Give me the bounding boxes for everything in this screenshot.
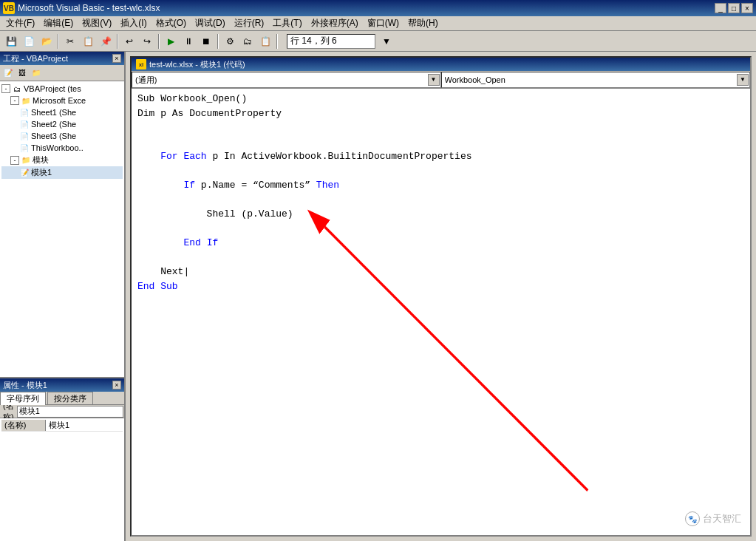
- code-line-10: [137, 222, 744, 237]
- window-title: Microsoft Visual Basic - test-wlc.xlsx: [18, 3, 715, 13]
- properties-panel-label: 属性 - 模块1: [3, 380, 47, 391]
- toggle-folders-btn[interactable]: 📁: [30, 67, 43, 80]
- sheet3-icon: 📄: [19, 131, 30, 141]
- menu-tools[interactable]: 工具(T): [268, 16, 306, 31]
- new-button[interactable]: 📄: [21, 33, 37, 50]
- module1-label: 模块1: [31, 167, 52, 178]
- excel-icon: 📁: [21, 95, 31, 106]
- code-line-13: Next|: [137, 265, 744, 279]
- separator-3: [158, 34, 160, 49]
- tab-alphabetic[interactable]: 字母序列: [0, 392, 46, 405]
- procedure-dropdown-arrow[interactable]: ▼: [737, 74, 749, 86]
- cursor-position: 行 14，列 6: [287, 34, 375, 49]
- project-panel-toolbar: 📝 🖼 📁: [0, 65, 124, 81]
- tab-categorized[interactable]: 按分类序: [47, 392, 93, 404]
- redo-button[interactable]: ↪: [139, 33, 155, 50]
- code-editor[interactable]: Sub Workbook_Open() Dim p As DocumentPro…: [132, 89, 750, 535]
- code-window-icon: xl: [136, 59, 146, 69]
- menu-format[interactable]: 格式(O): [151, 16, 191, 31]
- tree-thisworkbook[interactable]: 📄 ThisWorkboo..: [1, 142, 123, 154]
- left-dropdown-wrap: (通用) ▼: [132, 71, 441, 88]
- menu-view[interactable]: 视图(V): [78, 16, 116, 31]
- code-window: xl test-wlc.xlsx - 模块1 (代码) (通用) ▼ Workb…: [130, 56, 752, 537]
- open-button[interactable]: 📂: [38, 33, 55, 50]
- run-button[interactable]: ▶: [163, 33, 179, 50]
- code-line-1: Sub Workbook_Open(): [137, 92, 744, 106]
- procedure-dropdown[interactable]: Workbook_Open: [441, 72, 751, 88]
- separator-1: [58, 34, 59, 49]
- menu-file[interactable]: 文件(F): [1, 16, 39, 31]
- view-code-btn[interactable]: 📝: [1, 67, 15, 80]
- left-panel: 工程 - VBAProject × 📝 🖼 📁 - 🗂 VBAProject (…: [0, 52, 126, 541]
- code-line-2: Dim p As DocumentProperty: [137, 106, 744, 121]
- expand-microsoft-excel[interactable]: -: [10, 96, 19, 105]
- toolbar: 💾 📄 📂 ✂ 📋 📌 ↩ ↪ ▶ ⏸ ⏹ ⚙ 🗂 📋 行 14，列 6 ▼: [0, 31, 756, 52]
- pause-button[interactable]: ⏸: [180, 33, 197, 50]
- code-line-3: [137, 120, 744, 135]
- excel-label: Microsoft Exce: [33, 96, 86, 105]
- copy-button[interactable]: 📋: [80, 33, 96, 50]
- stop-button[interactable]: ⏹: [198, 33, 214, 50]
- code-line-8: [137, 193, 744, 208]
- menu-edit[interactable]: 编辑(E): [39, 16, 78, 31]
- project-panel: 工程 - VBAProject × 📝 🖼 📁 - 🗂 VBAProject (…: [0, 52, 124, 378]
- maximize-button[interactable]: □: [728, 3, 740, 13]
- expand-vbaproject[interactable]: -: [1, 84, 10, 93]
- menu-addins[interactable]: 外接程序(A): [307, 16, 363, 31]
- save-button[interactable]: 💾: [3, 33, 19, 50]
- expand-modules[interactable]: -: [10, 156, 19, 165]
- close-button[interactable]: ×: [741, 3, 753, 13]
- tree-microsoft-excel[interactable]: - 📁 Microsoft Exce: [1, 95, 123, 106]
- tree-sheet3[interactable]: 📄 Sheet3 (She: [1, 130, 123, 142]
- projectexplorer-button[interactable]: 🗂: [239, 33, 256, 50]
- tree-vbaproject[interactable]: - 🗂 VBAProject (tes: [1, 83, 123, 95]
- sheet1-icon: 📄: [19, 107, 30, 118]
- code-toolbar: (通用) ▼ Workbook_Open ▼: [132, 71, 750, 89]
- cut-button[interactable]: ✂: [62, 33, 78, 50]
- object-dropdown[interactable]: (通用): [132, 72, 441, 88]
- status-area: 行 14，列 6 ▼: [287, 33, 395, 50]
- thisworkbook-label: ThisWorkboo..: [31, 143, 84, 152]
- tree-module1[interactable]: 📝 模块1: [1, 166, 123, 179]
- properties-button[interactable]: 📋: [257, 33, 273, 50]
- properties-content: (名称) 模块1: [0, 418, 124, 541]
- code-line-4: [137, 135, 744, 150]
- status-dropdown[interactable]: ▼: [378, 33, 395, 50]
- tree-modules[interactable]: - 📁 模块: [1, 154, 123, 166]
- sheet2-icon: 📄: [19, 119, 30, 129]
- menu-insert[interactable]: 插入(I): [116, 16, 151, 31]
- undo-button[interactable]: ↩: [121, 33, 137, 50]
- sheet2-label: Sheet2 (She: [31, 120, 76, 129]
- menu-window[interactable]: 窗口(W): [363, 16, 403, 31]
- window-controls[interactable]: _ □ ×: [715, 3, 753, 13]
- separator-4: [217, 34, 219, 49]
- view-object-btn[interactable]: 🖼: [16, 67, 29, 80]
- sheet3-label: Sheet3 (She: [31, 132, 76, 140]
- menu-run[interactable]: 运行(R): [230, 16, 269, 31]
- object-dropdown-arrow[interactable]: ▼: [428, 74, 440, 86]
- name-input[interactable]: [17, 406, 123, 418]
- tree-sheet1[interactable]: 📄 Sheet1 (She: [1, 106, 123, 118]
- design-button[interactable]: ⚙: [222, 33, 238, 50]
- properties-panel-title: 属性 - 模块1 ×: [0, 378, 124, 392]
- properties-panel: 属性 - 模块1 × 字母序列 按分类序 (名称) (名称) 模块1: [0, 378, 124, 541]
- code-line-9: Shell (p.Value): [137, 207, 744, 222]
- vbaproject-label: VBAProject (tes: [24, 84, 81, 93]
- project-panel-label: 工程 - VBAProject: [3, 53, 68, 64]
- sheet1-label: Sheet1 (She: [31, 108, 76, 117]
- code-line-14: End Sub: [137, 279, 744, 294]
- properties-panel-close[interactable]: ×: [112, 381, 121, 389]
- paste-button[interactable]: 📌: [98, 33, 114, 50]
- menu-debug[interactable]: 调试(D): [191, 16, 230, 31]
- properties-name-bar: (名称): [0, 405, 124, 418]
- tree-sheet2[interactable]: 📄 Sheet2 (She: [1, 118, 123, 130]
- prop-row-name: (名称) 模块1: [1, 420, 123, 432]
- app-icon: VB: [3, 2, 15, 14]
- minimize-button[interactable]: _: [715, 3, 726, 13]
- project-panel-close[interactable]: ×: [112, 54, 121, 63]
- prop-val-name: 模块1: [46, 420, 72, 431]
- code-line-12: [137, 251, 744, 265]
- modules-icon: 📁: [21, 155, 31, 166]
- menu-help[interactable]: 帮助(H): [403, 16, 443, 31]
- menu-bar: 文件(F) 编辑(E) 视图(V) 插入(I) 格式(O) 调试(D) 运行(R…: [0, 16, 756, 31]
